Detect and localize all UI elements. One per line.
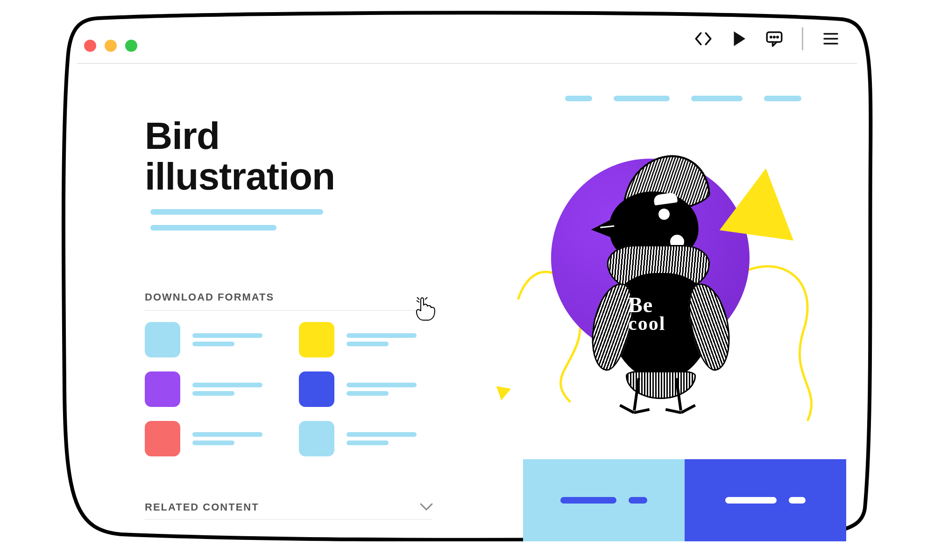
- format-swatch: [145, 322, 180, 357]
- zoom-traffic-light[interactable]: [125, 40, 137, 52]
- format-label: [347, 329, 417, 350]
- page-subtitle: [150, 209, 323, 241]
- format-swatch: [299, 322, 334, 357]
- chevron-down-icon[interactable]: [418, 498, 435, 515]
- svg-line-5: [417, 297, 419, 300]
- play-icon[interactable]: [729, 29, 749, 49]
- format-item[interactable]: [145, 322, 280, 357]
- code-icon[interactable]: [693, 29, 713, 49]
- nav-link[interactable]: [691, 96, 743, 101]
- primary-cta-light[interactable]: [523, 459, 685, 541]
- minimize-traffic-light[interactable]: [105, 40, 117, 52]
- formats-grid: [145, 322, 444, 456]
- titlebar-divider: [77, 63, 857, 64]
- nav-link[interactable]: [565, 96, 592, 101]
- nav-link[interactable]: [764, 96, 801, 101]
- format-label: [192, 329, 262, 350]
- format-item[interactable]: [145, 371, 280, 407]
- downloads-divider: [145, 310, 432, 311]
- format-label: [347, 428, 417, 449]
- format-swatch: [145, 421, 180, 456]
- svg-point-1: [771, 36, 772, 38]
- nav-link[interactable]: [614, 96, 670, 101]
- format-item[interactable]: [145, 421, 280, 456]
- format-swatch: [299, 421, 334, 456]
- svg-point-3: [777, 36, 778, 38]
- illustration-text-line2: cool: [628, 313, 665, 334]
- svg-line-4: [417, 301, 419, 302]
- related-divider: [145, 519, 432, 520]
- illustration-text: Be cool: [628, 296, 665, 331]
- menu-icon[interactable]: [821, 29, 841, 49]
- format-label: [347, 379, 417, 399]
- bird-illustration: Be cool: [584, 166, 733, 404]
- format-swatch: [299, 371, 334, 407]
- format-label: [192, 379, 262, 399]
- window-toolbar: [693, 27, 841, 50]
- format-label: [192, 428, 262, 449]
- nav-links: [565, 96, 801, 101]
- pointer-cursor-icon: [415, 296, 436, 321]
- small-yellow-triangle: [494, 386, 511, 401]
- page-title: Birdillustration: [145, 116, 335, 197]
- primary-cta-dark[interactable]: [685, 459, 846, 541]
- hero-illustration: Be cool: [486, 140, 822, 411]
- format-item[interactable]: [299, 322, 434, 357]
- toolbar-separator: [802, 27, 803, 50]
- comment-icon[interactable]: [764, 29, 784, 49]
- close-traffic-light[interactable]: [84, 40, 96, 52]
- format-item[interactable]: [299, 421, 434, 456]
- format-item[interactable]: [299, 371, 434, 407]
- downloads-heading: DOWNLOAD FORMATS: [145, 291, 274, 303]
- format-swatch: [145, 371, 180, 407]
- related-heading: RELATED CONTENT: [145, 501, 259, 513]
- svg-point-2: [774, 36, 775, 38]
- svg-line-6: [425, 297, 427, 300]
